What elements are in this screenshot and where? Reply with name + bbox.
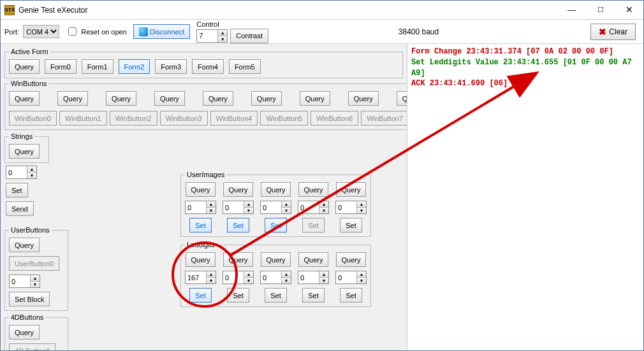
minimize-button[interactable]: — [557, 1, 586, 19]
userimages-group: UserImages Query ▲▼ Set Query ▲▼ Set [180, 171, 371, 237]
ui-spin-0[interactable]: ▲▼ [185, 201, 216, 214]
log-line-3: ACK 23:43:41.690 [06] [411, 78, 640, 89]
form3-button[interactable]: Form3 [155, 59, 187, 74]
winbutton0[interactable]: WinButton0 [9, 111, 57, 125]
ui-spin-4[interactable]: ▲▼ [335, 201, 367, 214]
winbtn-query-0[interactable]: Query [9, 91, 40, 106]
ui-query-1[interactable]: Query [223, 182, 254, 197]
ld-query-0[interactable]: Query [186, 252, 216, 267]
ui-set-3[interactable]: Set [302, 218, 325, 233]
ui-set-0[interactable]: Set [189, 218, 212, 233]
ld-spin-3[interactable]: ▲▼ [298, 271, 329, 284]
winbutton5[interactable]: WinButton5 [260, 111, 308, 125]
activeform-query[interactable]: Query [9, 59, 40, 74]
userbuttons-group: UserButtons Query UserButton0 ▲▼ Set Blo… [4, 226, 68, 311]
port-select[interactable]: COM 4 [23, 25, 59, 38]
disconnect-icon [139, 27, 148, 36]
ui-spin-2[interactable]: ▲▼ [260, 201, 291, 214]
winbtn-query-1[interactable]: Query [57, 91, 88, 106]
ui-spin-3[interactable]: ▲▼ [298, 201, 329, 214]
winbtn-query-2[interactable]: Query [106, 91, 136, 106]
activeform-group: Active Form Query Form0 Form1 Form2 Form… [4, 48, 403, 78]
ld-set-4[interactable]: Set [340, 288, 362, 303]
contrast-button[interactable]: Contrast [230, 29, 268, 43]
userbuttons-input[interactable] [10, 275, 30, 287]
ui-query-4[interactable]: Query [336, 182, 367, 197]
fdbuttons-legend: 4DButtons [9, 313, 45, 321]
form1-button[interactable]: Form1 [82, 59, 113, 74]
leddigits-legend: Leddigits [185, 241, 217, 248]
reset-checkbox[interactable] [68, 27, 77, 36]
winbutton4[interactable]: WinButton4 [210, 111, 258, 125]
up-arrow-icon[interactable]: ▲ [218, 30, 227, 36]
ld-query-4[interactable]: Query [336, 252, 367, 267]
fdbutton0[interactable]: 4D Button0 [9, 343, 55, 350]
port-label: Port: [4, 28, 19, 36]
winbutton7[interactable]: WinButton7 [361, 111, 407, 125]
clear-button[interactable]: ✖ Clear [590, 24, 636, 40]
disconnect-label: Disconnect [150, 28, 184, 36]
ld-set-0[interactable]: Set [189, 288, 212, 303]
winbtn-query-5[interactable]: Query [251, 91, 282, 106]
userbuttons-legend: UserButtons [9, 226, 52, 234]
winbutton1[interactable]: WinButton1 [59, 111, 107, 125]
strings-legend: Strings [9, 133, 34, 140]
strings-set[interactable]: Set [6, 183, 28, 197]
strings-input[interactable] [6, 166, 27, 178]
strings-query[interactable]: Query [9, 144, 40, 159]
ld-set-1[interactable]: Set [227, 288, 249, 303]
maximize-button[interactable]: ☐ [586, 1, 615, 19]
ld-query-3[interactable]: Query [298, 252, 329, 267]
ui-set-2[interactable]: Set [265, 218, 287, 233]
toolbar: Port: COM 4 Reset on open Disconnect Con… [1, 20, 643, 44]
window-title: Genie Test eXecutor [18, 6, 557, 15]
winbutton6[interactable]: WinButton6 [311, 111, 358, 125]
ld-set-3[interactable]: Set [302, 288, 325, 303]
disconnect-button[interactable]: Disconnect [133, 24, 190, 39]
down-arrow-icon[interactable]: ▼ [218, 36, 227, 42]
form4-button[interactable]: Form4 [192, 59, 224, 74]
winbtn-query-3[interactable]: Query [154, 91, 185, 106]
winbuttons-group: WinButtons Query Query Query Query Query… [4, 80, 407, 130]
strings-send[interactable]: Send [6, 201, 34, 216]
ui-spin-1[interactable]: ▲▼ [223, 201, 254, 214]
ld-set-2[interactable]: Set [265, 288, 287, 303]
clear-x-icon: ✖ [599, 27, 606, 37]
ld-query-1[interactable]: Query [223, 252, 254, 267]
userimages-legend: UserImages [185, 171, 226, 178]
winbtn-query-4[interactable]: Query [203, 91, 233, 106]
userbuttons-query[interactable]: Query [9, 238, 40, 252]
winbuttons-legend: WinButtons [9, 80, 48, 87]
winbtn-query-8[interactable]: Query [397, 91, 407, 106]
ui-query-0[interactable]: Query [186, 182, 216, 197]
winbtn-query-6[interactable]: Query [300, 91, 330, 106]
control-spin[interactable]: ▲▼ [196, 29, 228, 43]
left-pane: Active Form Query Form0 Form1 Form2 Form… [1, 44, 407, 350]
ui-set-4[interactable]: Set [340, 218, 362, 233]
userbuttons-setblock[interactable]: Set Block [9, 292, 50, 306]
ld-spin-2[interactable]: ▲▼ [260, 271, 291, 284]
reset-on-open[interactable]: Reset on open [66, 25, 127, 38]
userbutton0[interactable]: UserButton0 [9, 256, 59, 271]
strings-group: Strings Query [4, 133, 49, 163]
strings-spin[interactable]: ▲▼ [6, 166, 37, 179]
ui-set-1[interactable]: Set [227, 218, 249, 233]
fdbuttons-query[interactable]: Query [9, 325, 40, 340]
app-icon: GTX [4, 5, 15, 15]
ld-query-2[interactable]: Query [261, 252, 291, 267]
form2-button[interactable]: Form2 [119, 59, 150, 74]
form5-button[interactable]: Form5 [229, 59, 261, 74]
ld-spin-1[interactable]: ▲▼ [223, 271, 254, 284]
winbutton2[interactable]: WinButton2 [110, 111, 157, 125]
form0-button[interactable]: Form0 [45, 59, 77, 74]
winbtn-query-7[interactable]: Query [348, 91, 379, 106]
userbuttons-spin[interactable]: ▲▼ [9, 275, 40, 288]
ui-query-2[interactable]: Query [261, 182, 291, 197]
titlebar: GTX Genie Test eXecutor — ☐ ✕ [1, 1, 643, 20]
ui-query-3[interactable]: Query [298, 182, 329, 197]
control-input[interactable] [197, 30, 217, 42]
winbutton3[interactable]: WinButton3 [160, 111, 208, 125]
ld-spin-0[interactable]: ▲▼ [185, 271, 216, 284]
ld-spin-4[interactable]: ▲▼ [335, 271, 367, 284]
close-button[interactable]: ✕ [615, 1, 643, 19]
